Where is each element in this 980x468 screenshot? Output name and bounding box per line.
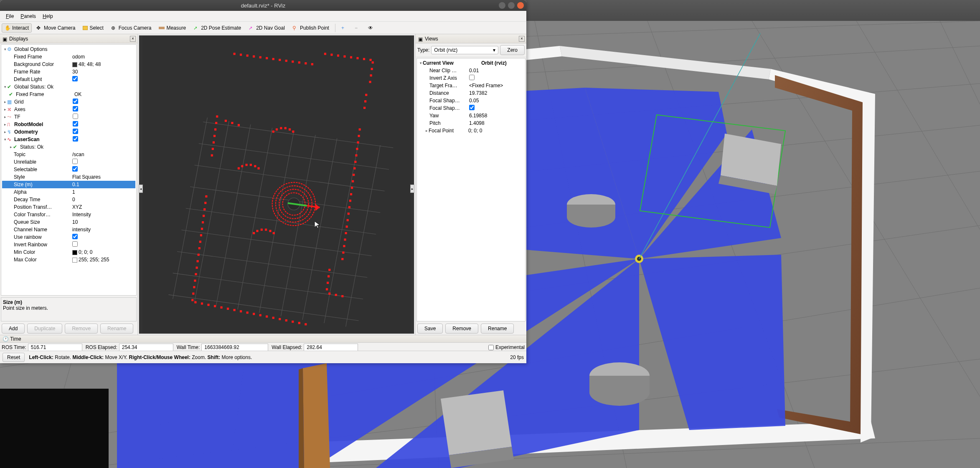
tree-focal-shape-size[interactable]: Focal Shap…0.05	[418, 97, 524, 104]
tree-axes[interactable]: ▸⤭Axes	[2, 106, 135, 113]
menu-file[interactable]: File	[3, 12, 17, 20]
wall-elapsed-input[interactable]	[304, 344, 358, 351]
laserscan-checkbox[interactable]	[73, 136, 78, 142]
ros-time-input[interactable]	[28, 344, 82, 351]
views-remove-button[interactable]: Remove	[445, 324, 478, 334]
remove-button[interactable]: Remove	[65, 324, 98, 334]
tool-2d-nav-goal[interactable]: ➚2D Nav Goal	[246, 23, 288, 33]
add-button[interactable]: Add	[2, 324, 25, 334]
default-light-checkbox[interactable]	[72, 76, 78, 81]
focal-fixed-checkbox[interactable]	[469, 105, 475, 110]
tool-2d-pose-estimate[interactable]: ➚2D Pose Estimate	[190, 23, 244, 33]
displays-tree[interactable]: ▾⚙Global Options Fixed Frameodom Backgro…	[1, 44, 137, 296]
svg-rect-171	[272, 131, 274, 133]
menu-help[interactable]: Help	[39, 12, 56, 20]
invert-z-checkbox[interactable]	[469, 75, 475, 80]
tree-decay-time[interactable]: Decay Time0	[2, 196, 135, 203]
unreliable-checkbox[interactable]	[72, 159, 78, 164]
titlebar[interactable]: default.rviz* - RViz	[0, 0, 526, 11]
tree-color-transf[interactable]: Color Transfor…Intensity	[2, 211, 135, 218]
color-swatch	[72, 250, 77, 255]
duplicate-button[interactable]: Duplicate	[27, 324, 62, 334]
invert-rainbow-checkbox[interactable]	[72, 241, 78, 247]
tool-interact[interactable]: ✋Interact	[2, 23, 32, 33]
rviz-viewport[interactable]: ◂ ▸	[139, 35, 414, 334]
robotmodel-checkbox[interactable]	[73, 121, 78, 126]
tree-max-color[interactable]: Max Color255; 255; 255	[2, 256, 135, 263]
svg-rect-156	[298, 322, 300, 324]
tool-measure[interactable]: Measure	[156, 23, 189, 33]
splitter-left[interactable]: ◂	[139, 185, 143, 193]
tree-alpha[interactable]: Alpha1	[2, 188, 135, 196]
experimental-checkbox[interactable]	[488, 345, 494, 350]
minimize-icon[interactable]	[499, 2, 505, 9]
tool-move-camera[interactable]: ✥Move Camera	[33, 23, 78, 33]
tree-odometry[interactable]: ▸↯Odometry	[2, 128, 135, 136]
tree-use-rainbow[interactable]: Use rainbow	[2, 233, 135, 241]
zero-button[interactable]: Zero	[500, 45, 525, 55]
tree-robot-model[interactable]: ▸⎍RobotModel	[2, 121, 135, 128]
tree-invert-rainbow[interactable]: Invert Rainbow	[2, 241, 135, 248]
tree-focal-point[interactable]: ▸Focal Point0; 0; 0	[418, 127, 524, 134]
tree-focal-shape-fixed[interactable]: Focal Shap…	[418, 104, 524, 112]
tree-status-fixed-frame[interactable]: ✔Fixed FrameOK	[2, 91, 135, 98]
views-tree[interactable]: ▾Current ViewOrbit (rviz) Near Clip …0.0…	[416, 58, 526, 321]
type-label: Type:	[417, 47, 429, 53]
tree-global-options[interactable]: ▾⚙Global Options	[2, 46, 135, 53]
tree-style[interactable]: StyleFlat Squares	[2, 173, 135, 181]
tree-laserscan-status[interactable]: ▸✔Status: Ok	[2, 143, 135, 151]
ros-elapsed-input[interactable]	[119, 344, 173, 351]
axes-checkbox[interactable]	[73, 106, 78, 111]
tree-position-transf[interactable]: Position Transf…XYZ	[2, 203, 135, 211]
reset-button[interactable]: Reset	[3, 353, 25, 362]
tree-selectable[interactable]: Selectable	[2, 166, 135, 173]
view-type-select[interactable]: Orbit (rviz) ▾	[431, 46, 498, 54]
tree-invert-z[interactable]: Invert Z Axis	[418, 74, 524, 82]
tree-min-color[interactable]: Min Color0; 0; 0	[2, 248, 135, 256]
svg-rect-178	[256, 230, 258, 232]
tree-distance[interactable]: Distance19.7382	[418, 89, 524, 97]
menu-panels[interactable]: Panels	[17, 12, 39, 20]
tool-publish-point[interactable]: ⚲Publish Point	[289, 23, 332, 33]
tool-select[interactable]: Select	[80, 23, 106, 33]
tree-grid[interactable]: ▸▦Grid	[2, 98, 135, 106]
selectable-checkbox[interactable]	[72, 166, 78, 172]
tree-laserscan[interactable]: ▾∿LaserScan	[2, 136, 135, 143]
tree-default-light[interactable]: Default Light	[2, 76, 135, 83]
tree-yaw[interactable]: Yaw6.19858	[418, 112, 524, 119]
tree-fixed-frame[interactable]: Fixed Frameodom	[2, 53, 135, 61]
displays-header[interactable]: ▣ Displays ×	[0, 34, 137, 43]
tree-tf[interactable]: ▸⤳TF	[2, 113, 135, 121]
tree-pitch[interactable]: Pitch1.4098	[418, 119, 524, 127]
tree-target-frame[interactable]: Target Fra…<Fixed Frame>	[418, 82, 524, 89]
views-rename-button[interactable]: Rename	[481, 324, 514, 334]
tree-frame-rate[interactable]: Frame Rate30	[2, 68, 135, 76]
tool-toggle[interactable]: 👁	[365, 23, 377, 33]
tree-topic[interactable]: Topic/scan	[2, 151, 135, 158]
maximize-icon[interactable]	[508, 2, 515, 9]
tool-remove-display[interactable]: −	[352, 23, 363, 33]
tree-channel-name[interactable]: Channel Nameintensity	[2, 226, 135, 233]
tree-near-clip[interactable]: Near Clip …0.01	[418, 67, 524, 74]
splitter-right[interactable]: ▸	[410, 185, 414, 193]
grid-checkbox[interactable]	[73, 99, 78, 104]
tree-unreliable[interactable]: Unreliable	[2, 158, 135, 166]
rainbow-checkbox[interactable]	[72, 234, 78, 239]
rename-button[interactable]: Rename	[100, 324, 133, 334]
close-icon[interactable]	[517, 2, 524, 9]
tree-current-view[interactable]: ▾Current ViewOrbit (rviz)	[418, 59, 524, 67]
panel-close-icon[interactable]: ×	[130, 36, 136, 42]
tf-checkbox[interactable]	[73, 114, 78, 119]
tool-focus-camera[interactable]: ⊕Focus Camera	[108, 23, 155, 33]
tree-bg-color[interactable]: Background Color48; 48; 48	[2, 61, 135, 68]
tree-size[interactable]: Size (m)0.1	[2, 181, 135, 188]
wall-time-input[interactable]	[201, 344, 268, 351]
tool-add-display[interactable]: +	[338, 23, 350, 33]
tree-queue-size[interactable]: Queue Size10	[2, 218, 135, 226]
views-header[interactable]: ▣ Views ×	[416, 34, 526, 43]
odometry-checkbox[interactable]	[73, 129, 78, 134]
save-button[interactable]: Save	[417, 324, 443, 334]
panel-close-icon[interactable]: ×	[519, 36, 525, 42]
time-header[interactable]: 🕐 Time	[0, 335, 526, 343]
tree-global-status[interactable]: ▾✔Global Status: Ok	[2, 83, 135, 91]
